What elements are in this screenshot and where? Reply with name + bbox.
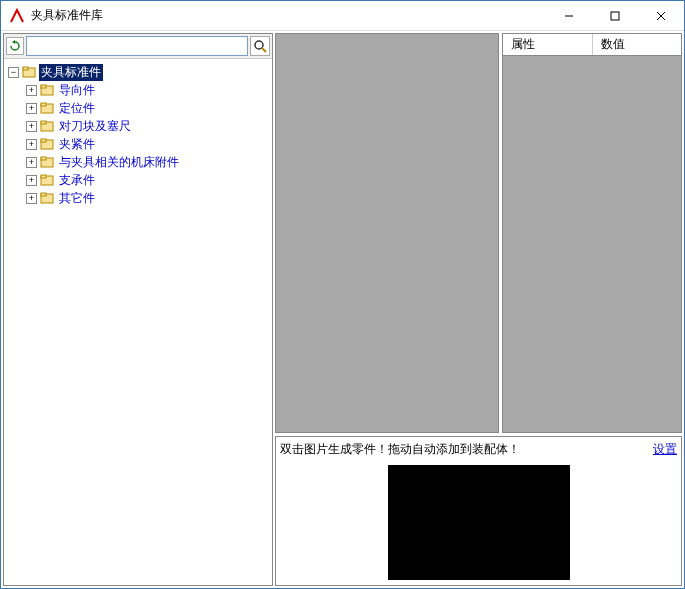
right-pane: 属性 数值 双击图片生成零件！拖动自动添加到装配体！ 设置 bbox=[275, 33, 682, 586]
svg-rect-17 bbox=[41, 157, 46, 160]
expand-icon[interactable]: + bbox=[26, 85, 37, 96]
tree-item[interactable]: +导向件 bbox=[26, 81, 268, 99]
app-icon bbox=[9, 8, 25, 24]
properties-panel: 属性 数值 bbox=[502, 33, 682, 433]
svg-rect-1 bbox=[611, 12, 619, 20]
window-title: 夹具标准件库 bbox=[31, 7, 546, 24]
refresh-button[interactable] bbox=[6, 37, 24, 55]
svg-line-5 bbox=[262, 48, 266, 52]
folder-icon bbox=[40, 191, 54, 205]
left-pane: − 夹具标准件 +导向件+定位件+对刀块及塞尺+夹紧件+与夹具相关的机床附件+支… bbox=[3, 33, 273, 586]
expand-icon[interactable]: + bbox=[26, 103, 37, 114]
svg-rect-19 bbox=[41, 175, 46, 178]
folder-icon bbox=[40, 173, 54, 187]
tree-item-label[interactable]: 与夹具相关的机床附件 bbox=[57, 154, 181, 171]
tree-item[interactable]: +其它件 bbox=[26, 189, 268, 207]
svg-rect-13 bbox=[41, 121, 46, 124]
folder-icon bbox=[40, 155, 54, 169]
folder-icon bbox=[40, 119, 54, 133]
tree-item[interactable]: +支承件 bbox=[26, 171, 268, 189]
top-panels: 属性 数值 bbox=[275, 33, 682, 433]
expand-icon[interactable]: + bbox=[26, 157, 37, 168]
collapse-icon[interactable]: − bbox=[8, 67, 19, 78]
folder-icon bbox=[40, 83, 54, 97]
app-window: 夹具标准件库 bbox=[0, 0, 685, 589]
search-input[interactable] bbox=[26, 36, 248, 56]
tree-item-label[interactable]: 定位件 bbox=[57, 100, 97, 117]
svg-rect-15 bbox=[41, 139, 46, 142]
tree-view[interactable]: − 夹具标准件 +导向件+定位件+对刀块及塞尺+夹紧件+与夹具相关的机床附件+支… bbox=[4, 59, 272, 585]
content-area: − 夹具标准件 +导向件+定位件+对刀块及塞尺+夹紧件+与夹具相关的机床附件+支… bbox=[1, 31, 684, 588]
tree-item[interactable]: +夹紧件 bbox=[26, 135, 268, 153]
close-button[interactable] bbox=[638, 1, 684, 30]
thumbnail-area bbox=[280, 464, 677, 581]
tree-item-label[interactable]: 支承件 bbox=[57, 172, 97, 189]
tree-root-label[interactable]: 夹具标准件 bbox=[39, 64, 103, 81]
tree-item-label[interactable]: 对刀块及塞尺 bbox=[57, 118, 133, 135]
maximize-button[interactable] bbox=[592, 1, 638, 30]
svg-rect-11 bbox=[41, 103, 46, 106]
tree-item[interactable]: +定位件 bbox=[26, 99, 268, 117]
svg-rect-21 bbox=[41, 193, 46, 196]
properties-header: 属性 数值 bbox=[503, 34, 681, 56]
folder-icon bbox=[40, 101, 54, 115]
search-bar bbox=[4, 34, 272, 59]
expand-icon[interactable]: + bbox=[26, 193, 37, 204]
preview-panel bbox=[275, 33, 499, 433]
settings-link[interactable]: 设置 bbox=[653, 441, 677, 458]
folder-icon bbox=[40, 137, 54, 151]
folder-icon bbox=[22, 65, 36, 79]
tree-item[interactable]: +与夹具相关的机床附件 bbox=[26, 153, 268, 171]
expand-icon[interactable]: + bbox=[26, 121, 37, 132]
thumbnail-image[interactable] bbox=[388, 465, 570, 580]
tree-item-label[interactable]: 夹紧件 bbox=[57, 136, 97, 153]
titlebar: 夹具标准件库 bbox=[1, 1, 684, 31]
tree-root[interactable]: − 夹具标准件 bbox=[8, 63, 268, 81]
col-value[interactable]: 数值 bbox=[593, 34, 682, 55]
bottom-panel: 双击图片生成零件！拖动自动添加到装配体！ 设置 bbox=[275, 436, 682, 586]
window-controls bbox=[546, 1, 684, 30]
tree-item-label[interactable]: 导向件 bbox=[57, 82, 97, 99]
expand-icon[interactable]: + bbox=[26, 175, 37, 186]
minimize-button[interactable] bbox=[546, 1, 592, 30]
svg-rect-9 bbox=[41, 85, 46, 88]
hint-text: 双击图片生成零件！拖动自动添加到装配体！ bbox=[280, 441, 653, 458]
svg-point-4 bbox=[255, 41, 263, 49]
expand-icon[interactable]: + bbox=[26, 139, 37, 150]
col-attribute[interactable]: 属性 bbox=[503, 34, 593, 55]
bottom-header: 双击图片生成零件！拖动自动添加到装配体！ 设置 bbox=[280, 441, 677, 458]
svg-rect-7 bbox=[23, 67, 28, 70]
tree-children: +导向件+定位件+对刀块及塞尺+夹紧件+与夹具相关的机床附件+支承件+其它件 bbox=[26, 81, 268, 207]
search-button[interactable] bbox=[250, 36, 270, 56]
tree-item-label[interactable]: 其它件 bbox=[57, 190, 97, 207]
tree-item[interactable]: +对刀块及塞尺 bbox=[26, 117, 268, 135]
